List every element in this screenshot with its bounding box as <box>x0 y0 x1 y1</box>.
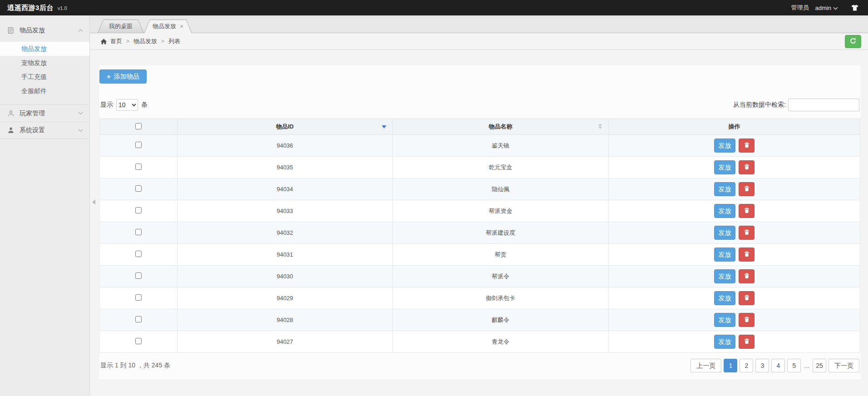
pagination-page-4[interactable]: 4 <box>771 359 785 372</box>
trash-icon <box>744 251 750 258</box>
sidebar-item-manual-recharge[interactable]: 手工充值 <box>0 70 89 84</box>
chevron-up-icon <box>78 29 83 32</box>
row-actions-cell: 发放 <box>609 244 860 266</box>
delete-button[interactable] <box>739 204 755 218</box>
item-name-cell: 御剑承包卡 <box>393 287 609 309</box>
pagination-page-2[interactable]: 2 <box>740 359 753 372</box>
breadcrumb-separator: > <box>161 38 164 45</box>
table-row: 94031 帮贡 发放 <box>100 244 860 266</box>
sort-desc-icon <box>382 125 386 129</box>
row-checkbox[interactable] <box>135 338 142 344</box>
row-checkbox[interactable] <box>135 272 142 279</box>
page-size-select[interactable]: 10 <box>116 99 138 111</box>
delete-button[interactable] <box>739 248 755 262</box>
row-checkbox[interactable] <box>135 251 142 257</box>
sidebar-item-pet-grant[interactable]: 宠物发放 <box>0 56 89 70</box>
grant-button[interactable]: 发放 <box>714 160 735 174</box>
delete-button[interactable] <box>739 269 755 283</box>
pagination-next[interactable]: 下一页 <box>829 359 859 372</box>
item-name-cell: 帮派建设度 <box>393 222 609 244</box>
delete-button[interactable] <box>739 291 755 305</box>
sidebar-collapse-handle[interactable] <box>90 195 97 209</box>
sidebar-item-server-mail[interactable]: 全服邮件 <box>0 84 89 98</box>
table-row: 94030 帮派令 发放 <box>100 266 860 287</box>
breadcrumb-home[interactable]: 首页 <box>110 37 122 45</box>
pagination-page-1[interactable]: 1 <box>724 359 737 372</box>
home-icon[interactable] <box>100 39 107 45</box>
delete-button[interactable] <box>739 313 755 327</box>
row-actions-cell: 发放 <box>609 178 860 200</box>
row-checkbox[interactable] <box>135 316 142 322</box>
row-checkbox-cell <box>100 200 178 222</box>
row-actions-cell: 发放 <box>609 222 860 244</box>
row-checkbox-cell <box>100 157 178 178</box>
grant-button[interactable]: 发放 <box>714 335 735 349</box>
role-label: 管理员 <box>791 4 809 12</box>
column-label: 物品名称 <box>489 123 513 130</box>
column-label: 物品ID <box>276 123 294 130</box>
table-row: 94033 帮派资金 发放 <box>100 200 860 222</box>
plus-icon: + <box>107 73 111 80</box>
grant-button[interactable]: 发放 <box>714 182 735 196</box>
app-shell: 物品发放 物品发放 宠物发放 手工充值 全服邮件 玩家管理 系统设置 <box>0 15 868 396</box>
theme-shirt-icon[interactable] <box>851 5 859 11</box>
list-controls: 显示 10 条 从当前数据中检索: <box>99 99 860 111</box>
row-checkbox[interactable] <box>135 207 142 213</box>
table-header-row: 物品ID 物品名称 操作 <box>100 119 860 135</box>
delete-button[interactable] <box>739 160 755 174</box>
grant-button[interactable]: 发放 <box>714 269 735 283</box>
pagination-page-3[interactable]: 3 <box>755 359 769 372</box>
sidebar-group-label: 玩家管理 <box>20 109 45 118</box>
user-dropdown[interactable]: admin <box>815 5 838 11</box>
chevron-down-icon <box>833 5 838 11</box>
sidebar-group-system-settings[interactable]: 系统设置 <box>0 122 89 139</box>
table-row: 94034 隐仙佩 发放 <box>100 178 860 200</box>
add-item-button[interactable]: + 添加物品 <box>99 69 147 84</box>
tab-my-desktop[interactable]: 我的桌面 <box>98 20 144 33</box>
close-icon[interactable]: × <box>180 23 183 30</box>
delete-button[interactable] <box>739 226 755 240</box>
grant-button[interactable]: 发放 <box>714 313 735 327</box>
sidebar-group-item-grant[interactable]: 物品发放 <box>0 22 89 39</box>
pagination-page-last[interactable]: 25 <box>813 359 826 372</box>
sidebar-item-item-grant[interactable]: 物品发放 <box>0 42 89 56</box>
refresh-button[interactable] <box>845 35 861 48</box>
table-row: 94028 麒麟令 发放 <box>100 309 860 331</box>
sidebar-group-player-management[interactable]: 玩家管理 <box>0 104 89 122</box>
breadcrumb-section[interactable]: 物品发放 <box>133 37 157 45</box>
row-actions-cell: 发放 <box>609 200 860 222</box>
pagination-prev[interactable]: 上一页 <box>690 359 721 372</box>
row-actions-cell: 发放 <box>609 266 860 287</box>
breadcrumb-current: 列表 <box>168 37 180 45</box>
item-name-cell: 帮派令 <box>393 266 609 287</box>
item-name-cell: 隐仙佩 <box>393 178 609 200</box>
delete-button[interactable] <box>739 182 755 196</box>
select-all-checkbox[interactable] <box>135 123 142 129</box>
row-checkbox-cell <box>100 266 178 287</box>
column-header-item-id[interactable]: 物品ID <box>178 119 393 135</box>
pagination-page-5[interactable]: 5 <box>787 359 801 372</box>
row-checkbox-cell <box>100 244 178 266</box>
row-checkbox[interactable] <box>135 229 142 235</box>
grant-button[interactable]: 发放 <box>714 204 735 218</box>
column-header-item-name[interactable]: 物品名称 <box>393 119 609 135</box>
row-checkbox[interactable] <box>135 185 142 192</box>
form-list-icon <box>7 27 15 34</box>
row-checkbox[interactable] <box>135 294 142 301</box>
row-checkbox-cell <box>100 287 178 309</box>
row-checkbox[interactable] <box>135 142 142 148</box>
sort-icon <box>598 124 602 129</box>
delete-button[interactable] <box>739 335 755 349</box>
toolbar: + 添加物品 <box>99 69 860 88</box>
grant-button[interactable]: 发放 <box>714 226 735 240</box>
grant-button[interactable]: 发放 <box>714 248 735 262</box>
refresh-icon <box>849 37 857 46</box>
grant-button[interactable]: 发放 <box>714 139 735 153</box>
row-actions-cell: 发放 <box>609 157 860 178</box>
row-checkbox[interactable] <box>135 163 142 170</box>
search-input[interactable] <box>788 99 859 111</box>
delete-button[interactable] <box>739 139 755 153</box>
tab-item-grant[interactable]: 物品发放 × <box>144 20 192 33</box>
grant-button[interactable]: 发放 <box>714 291 735 305</box>
search-label: 从当前数据中检索: <box>733 101 786 109</box>
